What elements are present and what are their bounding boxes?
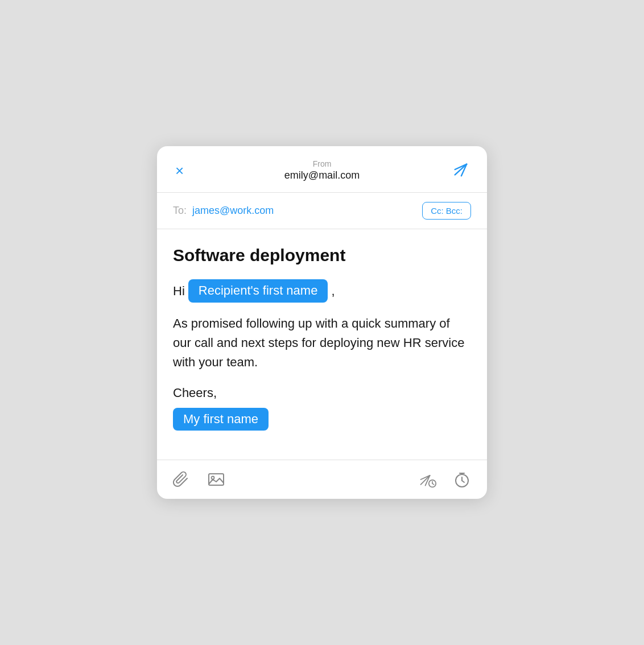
paperclip-icon bbox=[173, 470, 191, 489]
from-email: emily@mail.com bbox=[284, 169, 360, 181]
attach-button[interactable] bbox=[173, 470, 191, 489]
email-greeting: Hi Recipient's first name, bbox=[173, 279, 471, 303]
email-content: Hi Recipient's first name, As promised f… bbox=[173, 279, 471, 431]
image-button[interactable] bbox=[207, 470, 225, 489]
email-compose-modal: × From emily@mail.com To: james@work.com… bbox=[157, 146, 487, 499]
clock-icon bbox=[453, 470, 471, 489]
to-address[interactable]: james@work.com bbox=[192, 205, 422, 217]
to-label: To: bbox=[173, 205, 187, 217]
svg-point-4 bbox=[212, 477, 214, 479]
svg-line-10 bbox=[432, 483, 434, 485]
send-icon bbox=[452, 161, 469, 178]
email-body: Software deployment Hi Recipient's first… bbox=[157, 229, 487, 460]
close-button[interactable]: × bbox=[173, 161, 186, 180]
email-footer bbox=[157, 460, 487, 499]
footer-right-actions bbox=[419, 470, 471, 489]
recipient-first-name-tag[interactable]: Recipient's first name bbox=[188, 279, 328, 303]
footer-left-actions bbox=[173, 470, 225, 489]
to-row: To: james@work.com Cc: Bcc: bbox=[157, 193, 487, 229]
cc-bcc-button[interactable]: Cc: Bcc: bbox=[422, 202, 471, 220]
greeting-suffix: , bbox=[331, 282, 335, 300]
schedule-send-button[interactable] bbox=[419, 470, 437, 489]
svg-line-13 bbox=[462, 481, 464, 482]
image-icon bbox=[207, 470, 225, 489]
schedule-send-icon bbox=[419, 470, 437, 489]
email-subject[interactable]: Software deployment bbox=[173, 245, 471, 266]
sign-off: Cheers, bbox=[173, 383, 471, 402]
greeting-prefix: Hi bbox=[173, 282, 185, 300]
sender-first-name-tag[interactable]: My first name bbox=[173, 408, 269, 431]
email-body-paragraph[interactable]: As promised following up with a quick su… bbox=[173, 314, 471, 372]
header-from-info: From emily@mail.com bbox=[284, 159, 360, 181]
from-label: From bbox=[284, 159, 360, 168]
send-button[interactable] bbox=[449, 159, 471, 182]
reminder-button[interactable] bbox=[453, 470, 471, 489]
svg-rect-3 bbox=[209, 474, 224, 485]
email-header: × From emily@mail.com bbox=[157, 146, 487, 193]
